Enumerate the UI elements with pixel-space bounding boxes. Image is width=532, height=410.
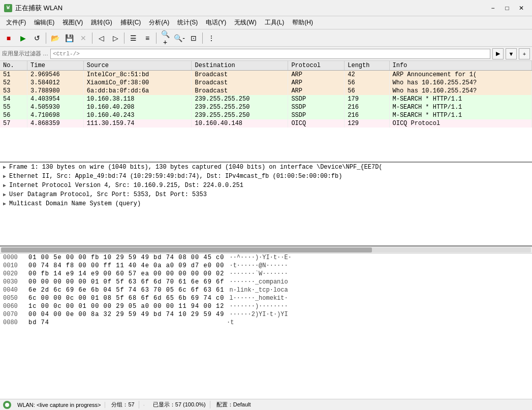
toolbar-extra-btn[interactable]: ⋮ bbox=[205, 31, 218, 45]
maximize-button[interactable]: □ bbox=[500, 3, 514, 13]
h-scroll-track[interactable] bbox=[1, 247, 531, 253]
menu-help[interactable]: 帮助(H) bbox=[288, 17, 317, 28]
toolbar-stop-btn[interactable]: ■ bbox=[2, 31, 15, 45]
table-row[interactable]: 533.7889806a:dd:ba:0f:dd:6aBroadcastARP5… bbox=[0, 87, 532, 95]
h-scroll-thumb[interactable] bbox=[1, 247, 372, 253]
detail-line[interactable]: ▶Internet Protocol Version 4, Src: 10.16… bbox=[0, 181, 532, 190]
detail-line[interactable]: ▶Multicast Domain Name System (query) bbox=[0, 199, 532, 208]
cell-source: IntelCor_8c:51:bd bbox=[83, 71, 192, 79]
cell-protocol: SSDP bbox=[288, 95, 345, 103]
cell-source: 111.30.159.74 bbox=[83, 119, 192, 128]
close-button[interactable]: ✕ bbox=[515, 3, 528, 13]
toolbar-sep-5 bbox=[202, 33, 203, 44]
profile: 配置：Default bbox=[212, 401, 255, 408]
toolbar-save-btn[interactable]: 💾 bbox=[62, 31, 76, 45]
menu-file[interactable]: 文件(F) bbox=[2, 17, 30, 28]
detail-text: User Datagram Protocol, Src Port: 5353, … bbox=[9, 191, 207, 198]
displayed-count: 已显示：57 (100.0%) bbox=[149, 401, 210, 408]
expand-arrow-icon[interactable]: ▶ bbox=[3, 192, 6, 198]
hex-ascii: ·t bbox=[227, 319, 234, 326]
menu-tools[interactable]: 工具(L) bbox=[261, 17, 289, 28]
toolbar-back-btn[interactable]: ◁ bbox=[95, 31, 108, 45]
menu-bar: 文件(F) 编辑(E) 视图(V) 跳转(G) 捕获(C) 分析(A) 统计(S… bbox=[0, 16, 532, 29]
hex-offset: 0070 bbox=[3, 311, 23, 318]
expand-arrow-icon[interactable]: ▶ bbox=[3, 164, 6, 170]
hex-lines: 000001 00 5e 00 00 fb 10 29 59 49 bd 74 … bbox=[0, 254, 532, 327]
cell-dest: 10.160.40.148 bbox=[192, 119, 288, 128]
menu-capture[interactable]: 捕获(C) bbox=[116, 17, 145, 28]
cell-source: XiaomiCo_0f:38:00 bbox=[83, 79, 192, 87]
toolbar-sep-3 bbox=[124, 33, 124, 44]
hex-line: 002000 fb 14 e9 14 e9 00 60 57 ea 00 00 … bbox=[0, 270, 532, 278]
cell-no: 51 bbox=[0, 71, 27, 79]
col-dest: Destination bbox=[192, 61, 288, 71]
detail-line[interactable]: ▶Ethernet II, Src: Apple_49:bd:74 (10:29… bbox=[0, 172, 532, 181]
filter-add-button[interactable]: + bbox=[519, 48, 530, 59]
packet-detail[interactable]: ▶Frame 1: 130 bytes on wire (1040 bits),… bbox=[0, 163, 532, 246]
menu-stats[interactable]: 统计(S) bbox=[173, 17, 202, 28]
toolbar-zoom-out-btn[interactable]: 🔍- bbox=[173, 31, 186, 45]
col-protocol: Protocol bbox=[288, 61, 345, 71]
cell-protocol: SSDP bbox=[288, 111, 345, 119]
hex-bytes: 00 74 84 f8 00 00 ff 11 40 4e 0a a0 09 d… bbox=[28, 262, 224, 269]
menu-phone[interactable]: 电话(Y) bbox=[202, 17, 230, 28]
hex-ascii: ··^····)·YI·t··E· bbox=[229, 254, 291, 261]
table-row[interactable]: 523.584012XiaomiCo_0f:38:00BroadcastARP5… bbox=[0, 79, 532, 87]
toolbar-zoom-fit-btn[interactable]: ⊡ bbox=[187, 31, 200, 45]
cell-info: M-SEARCH * HTTP/1.1 bbox=[389, 111, 532, 119]
detail-line[interactable]: ▶User Datagram Protocol, Src Port: 5353,… bbox=[0, 190, 532, 199]
cell-dest: 239.255.255.250 bbox=[192, 95, 288, 103]
hex-bytes: 01 00 5e 00 00 fb 10 29 59 49 bd 74 08 0… bbox=[28, 254, 224, 261]
cell-info: ARP Announcement for 1( bbox=[389, 71, 532, 79]
menu-view[interactable]: 视图(V) bbox=[58, 17, 87, 28]
toolbar-list-btn[interactable]: ☰ bbox=[127, 31, 140, 45]
expand-arrow-icon[interactable]: ▶ bbox=[3, 182, 6, 188]
hex-line: 007000 04 00 0e 00 8a 32 29 59 49 bd 74 … bbox=[0, 310, 532, 319]
expand-arrow-icon[interactable]: ▶ bbox=[3, 173, 6, 179]
cell-source: 10.160.40.243 bbox=[83, 111, 192, 119]
filter-apply-button[interactable]: ▶ bbox=[492, 48, 504, 59]
toolbar-open-btn[interactable]: 📂 bbox=[48, 31, 61, 45]
toolbar-start-btn[interactable]: ▶ bbox=[16, 31, 29, 45]
menu-wireless[interactable]: 无线(W) bbox=[230, 17, 260, 28]
col-no: No. bbox=[0, 61, 27, 71]
cell-length: 129 bbox=[345, 119, 389, 128]
packet-list-container[interactable]: No. Time Source Destination Protocol Len… bbox=[0, 61, 532, 163]
filter-expand-button[interactable]: ▼ bbox=[506, 48, 517, 59]
menu-analyze[interactable]: 分析(A) bbox=[145, 17, 173, 28]
menu-edit[interactable]: 编辑(E) bbox=[30, 17, 58, 28]
table-row[interactable]: 574.868359111.30.159.7410.160.40.148OICQ… bbox=[0, 119, 532, 128]
table-row[interactable]: 544.40395410.160.38.118239.255.255.250SS… bbox=[0, 95, 532, 103]
packet-table-body: 512.969546IntelCor_8c:51:bdBroadcastARP4… bbox=[0, 71, 532, 128]
minimize-button[interactable]: − bbox=[486, 3, 499, 13]
toolbar-restart-btn[interactable]: ↺ bbox=[30, 31, 44, 45]
hex-bytes: 6e 2d 6c 69 6e 6b 04 5f 74 63 70 05 6c 6… bbox=[28, 287, 224, 294]
toolbar-close-btn[interactable]: ✕ bbox=[77, 31, 90, 45]
expand-arrow-icon[interactable]: ▶ bbox=[3, 201, 6, 207]
cell-info: OICQ Protocol bbox=[389, 119, 532, 128]
cell-dest: Broadcast bbox=[192, 79, 288, 87]
hex-offset: 0040 bbox=[3, 287, 23, 294]
toolbar-zoom-in-btn[interactable]: 🔍+ bbox=[159, 31, 172, 45]
table-row[interactable]: 512.969546IntelCor_8c:51:bdBroadcastARP4… bbox=[0, 71, 532, 79]
cell-length: 179 bbox=[345, 95, 389, 103]
hex-dump-container[interactable]: 000001 00 5e 00 00 fb 10 29 59 49 bd 74 … bbox=[0, 254, 532, 399]
hex-ascii: l······_homekit· bbox=[229, 295, 288, 302]
hex-bytes: 00 04 00 0e 00 8a 32 29 59 49 bd 74 10 2… bbox=[28, 311, 224, 318]
detail-line[interactable]: ▶Frame 1: 130 bytes on wire (1040 bits),… bbox=[0, 163, 532, 172]
toolbar-list2-btn[interactable]: ≡ bbox=[141, 31, 154, 45]
menu-jump[interactable]: 跳转(G) bbox=[87, 17, 116, 28]
cell-info: M-SEARCH * HTTP/1.1 bbox=[389, 95, 532, 103]
filter-input[interactable] bbox=[50, 49, 490, 59]
cell-length: 216 bbox=[345, 103, 389, 111]
table-row[interactable]: 564.71069810.160.40.243239.255.255.250SS… bbox=[0, 111, 532, 119]
cell-info: Who has 10.160.255.254? bbox=[389, 87, 532, 95]
toolbar-sep-1 bbox=[46, 33, 46, 44]
cell-protocol: ARP bbox=[288, 71, 345, 79]
cell-time: 3.584012 bbox=[27, 79, 84, 87]
h-scroll-bar[interactable] bbox=[0, 246, 532, 254]
app-icon: W bbox=[4, 4, 12, 12]
table-row[interactable]: 554.50593010.160.40.208239.255.255.250SS… bbox=[0, 103, 532, 111]
cell-length: 216 bbox=[345, 111, 389, 119]
toolbar-fwd-btn[interactable]: ▷ bbox=[109, 31, 122, 45]
